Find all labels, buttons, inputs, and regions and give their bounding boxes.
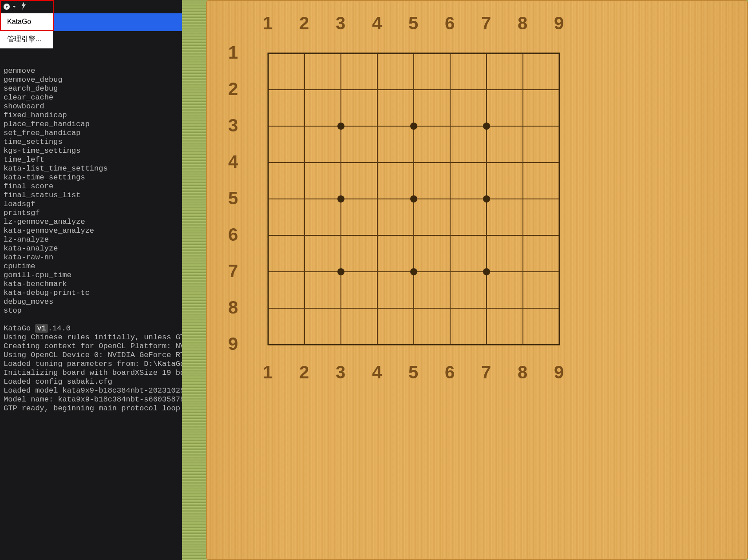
row-label-left: 5 [228, 188, 238, 208]
col-label-top: 3 [336, 13, 345, 33]
go-board[interactable]: 112233445566778899123456789 [206, 0, 748, 560]
col-label-top: 6 [445, 13, 455, 33]
lightning-icon[interactable] [20, 2, 27, 12]
gtp-console-panel: KataGo 管理引擎... genmove genmove_debug sea… [0, 0, 182, 560]
row-label-left: 2 [228, 79, 238, 99]
dropdown-item-manage-engines[interactable]: 管理引擎... [0, 30, 53, 48]
row-label-left: 8 [228, 298, 238, 318]
col-label-top: 5 [408, 13, 418, 33]
board-grid[interactable] [264, 49, 564, 349]
col-label-bottom: 2 [299, 362, 309, 382]
col-label-bottom: 5 [408, 362, 418, 382]
col-label-bottom: 4 [372, 362, 382, 382]
col-label-top: 2 [299, 13, 309, 33]
star-point [410, 195, 417, 203]
star-point [337, 268, 344, 275]
engine-dropdown: KataGo 管理引擎... [0, 13, 53, 48]
console-toolbar [0, 0, 182, 13]
dropdown-item-katago[interactable]: KataGo [0, 13, 53, 30]
col-label-bottom: 7 [481, 362, 491, 382]
title-bar [53, 13, 182, 31]
col-label-top: 4 [372, 13, 382, 33]
row-label-left: 7 [228, 261, 238, 281]
star-point [483, 123, 490, 130]
row-label-left: 9 [228, 334, 238, 354]
col-label-bottom: 8 [518, 362, 527, 382]
col-label-bottom: 3 [336, 362, 345, 382]
star-point [337, 123, 344, 130]
row-label-left: 4 [228, 152, 238, 172]
dropdown-caret-icon[interactable] [12, 6, 16, 8]
star-point [410, 268, 417, 275]
col-label-bottom: 1 [263, 362, 273, 382]
board-background: 112233445566778899123456789 [182, 0, 748, 560]
star-point [337, 195, 344, 203]
star-point [483, 268, 490, 275]
col-label-top: 9 [554, 13, 564, 33]
col-label-top: 8 [518, 13, 527, 33]
gtp-console-output[interactable]: genmove genmove_debug search_debug clear… [0, 67, 182, 560]
play-icon[interactable] [3, 3, 11, 11]
row-label-left: 1 [228, 43, 238, 63]
row-label-left: 6 [228, 225, 238, 245]
star-point [483, 195, 490, 203]
row-label-left: 3 [228, 115, 238, 135]
col-label-top: 1 [263, 13, 273, 33]
col-label-top: 7 [481, 13, 491, 33]
star-point [410, 123, 417, 130]
col-label-bottom: 9 [554, 362, 564, 382]
col-label-bottom: 6 [445, 362, 455, 382]
